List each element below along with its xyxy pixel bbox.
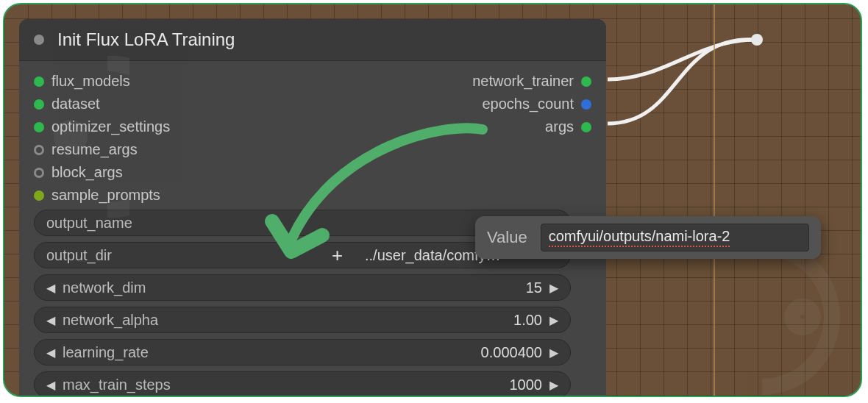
- increment-icon[interactable]: ▶: [549, 313, 558, 327]
- deco-arc-left: [3, 56, 129, 218]
- output-port-args[interactable]: args: [545, 118, 591, 135]
- output-ports: network_trainer epochs_count args: [472, 68, 591, 204]
- node-title: Init Flux LoRA Training: [57, 29, 235, 50]
- deco-arc-right: [747, 240, 862, 397]
- decrement-icon[interactable]: ◀: [46, 281, 55, 295]
- param-network-dim[interactable]: ◀ network_dim 15 ▶: [34, 274, 571, 301]
- port-dot[interactable]: [581, 76, 591, 87]
- param-learning-rate[interactable]: ◀ learning_rate 0.000400 ▶: [34, 339, 571, 365]
- value-editor-popup[interactable]: Value comfyui/outputs/nami-lora-2: [475, 216, 821, 259]
- output-port-network-trainer[interactable]: network_trainer: [472, 73, 591, 90]
- value-editor-input[interactable]: comfyui/outputs/nami-lora-2: [541, 224, 809, 252]
- port-dot[interactable]: [581, 122, 591, 132]
- node-collapse-dot[interactable]: [34, 35, 44, 45]
- wire-junction-dot: [751, 34, 763, 46]
- svg-point-0: [62, 128, 79, 146]
- increment-icon[interactable]: ▶: [549, 346, 558, 360]
- param-max-train-steps[interactable]: ◀ max_train_steps 1000 ▶: [34, 371, 571, 397]
- decrement-icon[interactable]: ◀: [46, 378, 55, 392]
- port-dot[interactable]: [581, 99, 591, 110]
- increment-icon[interactable]: ▶: [549, 281, 558, 295]
- decrement-icon[interactable]: ◀: [46, 313, 55, 327]
- output-port-epochs-count[interactable]: epochs_count: [482, 96, 591, 113]
- increment-icon[interactable]: ▶: [549, 378, 558, 392]
- node-header[interactable]: Init Flux LoRA Training: [19, 19, 606, 61]
- decrement-icon[interactable]: ◀: [46, 346, 55, 360]
- svg-point-1: [792, 307, 813, 327]
- value-editor-label: Value: [487, 228, 527, 247]
- param-network-alpha[interactable]: ◀ network_alpha 1.00 ▶: [34, 307, 571, 333]
- app-canvas[interactable]: Init Flux LoRA Training flux_models data…: [3, 3, 862, 397]
